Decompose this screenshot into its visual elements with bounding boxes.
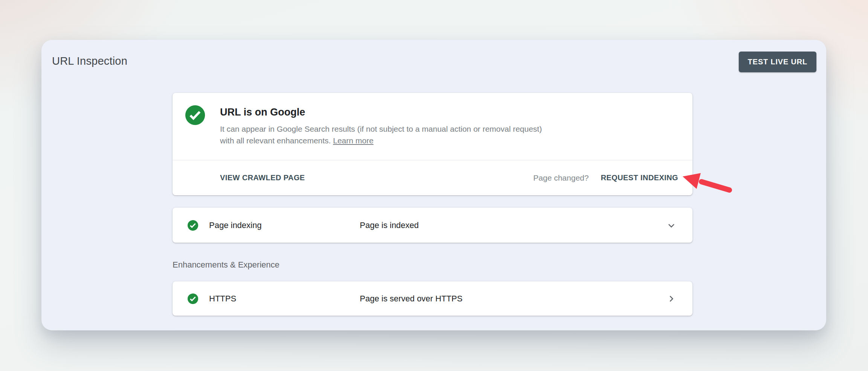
- url-inspection-panel: URL Inspection TEST LIVE URL URL is on G…: [41, 40, 826, 330]
- check-circle-icon: [187, 220, 199, 231]
- reindex-actions: Page changed? REQUEST INDEXING: [533, 173, 678, 182]
- page-title: URL Inspection: [52, 55, 127, 67]
- verdict-description-text: It can appear in Google Search results (…: [220, 125, 542, 145]
- request-indexing-button[interactable]: REQUEST INDEXING: [601, 173, 678, 182]
- enhancements-section-header: Enhancements & Experience: [173, 260, 692, 270]
- learn-more-link[interactable]: Learn more: [333, 136, 373, 145]
- https-row[interactable]: HTTPS Page is served over HTTPS: [173, 281, 692, 316]
- page-indexing-status: Page is indexed: [360, 220, 666, 230]
- https-label: HTTPS: [209, 294, 360, 304]
- test-live-url-button[interactable]: TEST LIVE URL: [739, 52, 816, 72]
- inspection-content: URL is on Google It can appear in Google…: [173, 93, 692, 316]
- page-indexing-label: Page indexing: [209, 220, 360, 230]
- url-inspection-screen: URL Inspection TEST LIVE URL URL is on G…: [0, 0, 868, 371]
- page-indexing-row[interactable]: Page indexing Page is indexed: [173, 208, 692, 243]
- verdict-description: It can appear in Google Search results (…: [220, 123, 544, 146]
- chevron-right-icon[interactable]: [666, 293, 677, 304]
- verdict-title: URL is on Google: [220, 106, 544, 118]
- page-changed-label: Page changed?: [533, 173, 589, 182]
- chevron-down-icon[interactable]: [666, 220, 677, 231]
- verdict-main: URL is on Google It can appear in Google…: [173, 93, 692, 160]
- verdict-card: URL is on Google It can appear in Google…: [173, 93, 692, 195]
- view-crawled-page-button[interactable]: VIEW CRAWLED PAGE: [220, 173, 305, 182]
- verdict-text: URL is on Google It can appear in Google…: [220, 105, 544, 160]
- check-circle-icon: [187, 293, 199, 304]
- https-status: Page is served over HTTPS: [360, 294, 666, 304]
- verdict-actions: VIEW CRAWLED PAGE Page changed? REQUEST …: [173, 160, 692, 195]
- check-circle-icon: [185, 105, 206, 126]
